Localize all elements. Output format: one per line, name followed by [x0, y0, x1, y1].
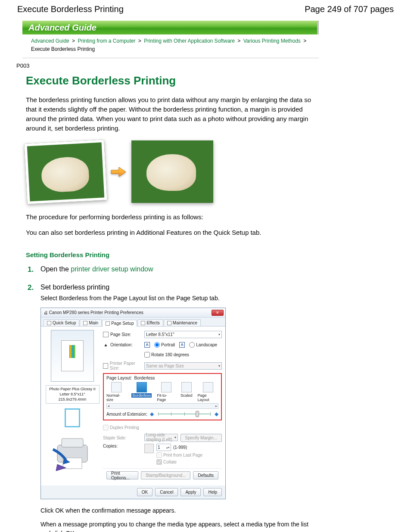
collate-checkbox: Collate	[156, 459, 202, 465]
step-number-1: 1.	[28, 265, 36, 276]
copies-label: Copies:	[103, 444, 142, 448]
section-heading: Setting Borderless Printing	[26, 251, 319, 258]
breadcrumb-link-advanced-guide[interactable]: Advanced Guide	[31, 38, 69, 44]
layout-page-layout[interactable]: Page Layout	[197, 382, 218, 402]
page-layout-value: Borderless	[134, 376, 155, 380]
layout-borderless[interactable]: Borderless	[131, 382, 152, 402]
page-setup-icon	[106, 321, 110, 326]
intro-paragraph: The borderless printing function allows …	[26, 95, 319, 133]
copies-range: (1-999)	[173, 445, 187, 450]
page-counter: Page 249 of 707 pages	[305, 4, 394, 14]
print-last-page-checkbox: Print from Last Page	[156, 452, 202, 458]
breadcrumb-current: Execute Borderless Printing	[31, 46, 95, 52]
extension-min-icon: ◆	[150, 411, 154, 417]
step2-after2: When a message prompting you to change t…	[40, 520, 319, 532]
tab-main[interactable]: Main	[80, 319, 102, 326]
photo-borderless	[131, 140, 213, 203]
quick-setup-note: You can also set borderless printing in …	[26, 228, 319, 237]
illustration-row	[26, 140, 319, 203]
borderless-preview	[49, 407, 96, 429]
procedure-line: The procedure for performing borderless …	[26, 212, 319, 222]
printing-preferences-dialog: 🖨 Canon MP280 series Printer Printing Pr…	[40, 308, 226, 499]
rotate-180-checkbox[interactable]: Rotate 180 degrees	[144, 352, 189, 358]
quick-setup-icon	[47, 321, 51, 325]
landscape-radio[interactable]: Landscape	[189, 342, 217, 348]
tab-maintenance[interactable]: Maintenance	[164, 319, 201, 326]
staple-side-select: Long-side stapling (Left)▾	[144, 434, 178, 441]
defaults-button[interactable]: Defaults	[193, 471, 218, 479]
page-title: Execute Borderless Printing	[17, 4, 124, 14]
specify-margin-button: Specify Margin...	[181, 434, 222, 442]
breadcrumb-link-printing-other-apps[interactable]: Printing with Other Application Software	[144, 38, 235, 44]
printer-illustration	[48, 432, 97, 475]
step2-title: Set borderless printing	[40, 283, 319, 291]
landscape-a-icon: A	[179, 342, 185, 348]
preview-thumbnail	[51, 330, 94, 382]
page-size-icon	[103, 332, 109, 337]
photo-with-margin	[24, 140, 107, 204]
portrait-radio[interactable]: Portrait	[154, 342, 175, 348]
step2-after1: Click OK when the confirmation message a…	[40, 506, 319, 515]
copies-icon	[144, 444, 154, 453]
svg-rect-1	[62, 439, 83, 447]
step1-prefix: Open the	[40, 265, 71, 273]
breadcrumb: Advanced Guide > Printing from a Compute…	[22, 34, 319, 58]
layout-fit-to-page[interactable]: Fit-to-Page	[157, 382, 175, 402]
ok-button[interactable]: OK	[137, 488, 153, 496]
step2-desc: Select Borderless from the Page Layout l…	[40, 294, 319, 302]
staple-side-label: Staple Side:	[103, 436, 142, 440]
breadcrumb-separator: >	[72, 38, 75, 44]
layout-scaled[interactable]: Scaled	[181, 382, 193, 402]
effects-icon	[141, 321, 145, 325]
tab-effects[interactable]: Effects	[137, 319, 163, 326]
dialog-title: 🖨 Canon MP280 series Printer Printing Pr…	[44, 310, 143, 315]
page-size-label: Page Size:	[110, 332, 131, 337]
dialog-tabs: Quick Setup Main Page Setup Effects Main…	[41, 317, 225, 327]
extension-max-icon: ◆	[215, 411, 218, 417]
breadcrumb-link-various-methods[interactable]: Various Printing Methods	[243, 38, 301, 44]
apply-button[interactable]: Apply	[181, 488, 201, 496]
page-layout-group: Page Layout: Borderless Normal-size Bord…	[103, 373, 222, 420]
printer-paper-size-select: Same as Page Size▾	[144, 362, 222, 370]
copies-spinner[interactable]: 1▴▾	[156, 444, 171, 451]
help-button[interactable]: Help	[203, 488, 222, 496]
page-size-select[interactable]: Letter 8.5"x11"▾	[144, 331, 222, 338]
main-heading: Execute Borderless Printing	[26, 74, 319, 87]
tab-page-setup[interactable]: Page Setup	[102, 320, 137, 327]
breadcrumb-link-printing-from-computer[interactable]: Printing from a Computer	[78, 38, 135, 44]
orientation-label: Orientation:	[110, 342, 133, 347]
close-button[interactable]: ✕	[212, 310, 224, 316]
page-layout-label: Page Layout:	[106, 376, 132, 380]
portrait-a-icon: A	[144, 342, 150, 348]
breadcrumb-separator: >	[303, 38, 306, 44]
printer-paper-size-label: Printer Paper Size:	[110, 361, 142, 370]
layout-scrollbar[interactable]: ◂▸	[106, 403, 218, 409]
stamp-background-button: Stamp/Background...	[141, 471, 190, 479]
printer-paper-icon	[103, 363, 108, 369]
step-number-2: 2.	[28, 283, 36, 532]
main-icon	[83, 321, 87, 325]
tab-quick-setup[interactable]: Quick Setup	[44, 319, 79, 326]
media-info-box: Photo Paper Plus Glossy II Letter 8.5"x1…	[46, 385, 100, 404]
layout-normal-size[interactable]: Normal-size	[106, 382, 126, 402]
extension-label: Amount of Extension:	[106, 412, 147, 417]
breadcrumb-separator: >	[138, 38, 141, 44]
cancel-button[interactable]: Cancel	[155, 488, 178, 496]
maintenance-icon	[167, 321, 171, 325]
breadcrumb-separator: >	[237, 38, 240, 44]
document-id: P003	[16, 62, 319, 69]
duplex-checkbox: Duplex Printing	[103, 425, 139, 430]
arrow-icon	[110, 163, 127, 180]
advanced-guide-banner: Advanced Guide	[22, 21, 319, 34]
extension-slider[interactable]	[158, 414, 210, 414]
print-options-button[interactable]: Print Options...	[106, 471, 138, 479]
printer-driver-setup-link[interactable]: printer driver setup window	[71, 265, 153, 273]
